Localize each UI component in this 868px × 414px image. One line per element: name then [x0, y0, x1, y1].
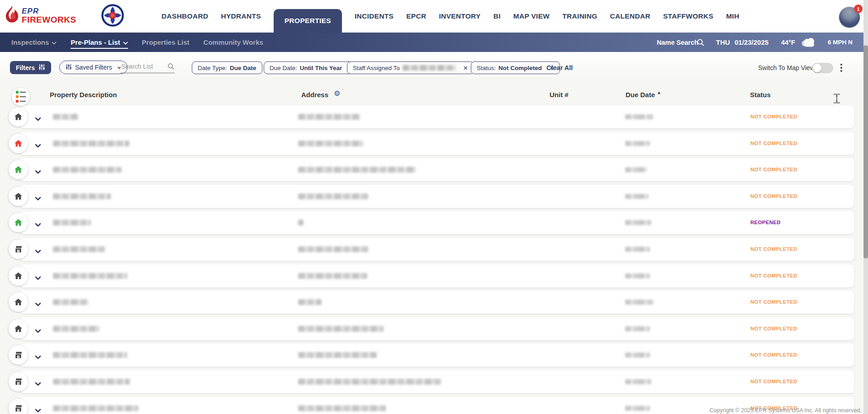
property-description-redacted	[53, 167, 122, 173]
tab-properties[interactable]: PROPERTIES	[274, 9, 342, 33]
filter-chip-staff-assigned-to[interactable]: Staff Assigned To✕	[347, 61, 474, 74]
saved-filters-dropdown[interactable]: Saved Filters	[59, 61, 128, 74]
chip-value: Not Completed	[498, 65, 542, 71]
expand-row-chevron-icon[interactable]	[35, 247, 41, 255]
property-description-redacted	[53, 299, 89, 305]
tab-bi[interactable]: BI	[493, 12, 501, 20]
logo-text: EPR FIREWORKS	[22, 7, 76, 24]
column-header-address[interactable]: Address	[301, 91, 328, 99]
expand-row-chevron-icon[interactable]	[35, 274, 41, 282]
column-header-unit[interactable]: Unit #	[550, 91, 569, 99]
tab-calendar[interactable]: CALENDAR	[610, 12, 650, 20]
due-date-redacted	[625, 114, 653, 119]
status-badge: NOT COMPLETED	[750, 193, 797, 199]
tab-incidents[interactable]: INCIDENTS	[355, 12, 394, 20]
search-list-input[interactable]	[120, 62, 175, 73]
tab-training[interactable]: TRAINING	[562, 12, 597, 20]
expand-row-chevron-icon[interactable]	[35, 168, 41, 176]
chip-label: Due Date:	[270, 65, 297, 71]
table-row[interactable]	[20, 238, 854, 261]
due-date-redacted	[625, 141, 650, 146]
tab-inventory[interactable]: INVENTORY	[439, 12, 480, 20]
due-date-redacted	[625, 300, 653, 305]
filter-chip-date-type[interactable]: Date Type:Due Date	[192, 61, 262, 74]
map-view-toggle[interactable]	[812, 63, 833, 73]
expand-row-chevron-icon[interactable]	[35, 380, 41, 388]
due-date-redacted	[625, 194, 649, 199]
tab-staffworks[interactable]: STAFFWORKS	[663, 12, 713, 20]
address-redacted	[298, 379, 441, 385]
expand-row-chevron-icon[interactable]	[35, 221, 41, 229]
epr-fireworks-logo[interactable]: EPR FIREWORKS	[5, 5, 76, 26]
property-description-redacted	[53, 220, 91, 226]
due-date-redacted	[625, 379, 651, 384]
status-legend-icon[interactable]	[12, 88, 30, 106]
expand-row-chevron-icon[interactable]	[35, 141, 41, 150]
table-row[interactable]	[20, 291, 854, 314]
clear-all-button[interactable]: Clear All	[546, 64, 573, 71]
table-row[interactable]	[20, 158, 854, 181]
column-header-property-description[interactable]: Property Description	[50, 91, 117, 99]
subnav-right: Name Search THU 01/23/2025 44°F 6 MPH N	[0, 33, 868, 52]
tab-hydrants[interactable]: HYDRANTS	[221, 12, 261, 20]
column-header-status[interactable]: Status	[750, 91, 771, 99]
store-icon	[9, 240, 28, 259]
expand-row-chevron-icon[interactable]	[35, 353, 41, 361]
scrollbar-thumb[interactable]	[863, 45, 868, 259]
table-row[interactable]	[20, 211, 854, 234]
weather-date: 01/23/2025	[735, 33, 768, 52]
legend-dash	[20, 92, 26, 93]
more-options-menu-icon[interactable]	[840, 61, 842, 74]
table-row[interactable]	[20, 343, 854, 367]
legend-row	[16, 95, 30, 98]
due-date-redacted	[625, 247, 650, 252]
table-row[interactable]	[20, 264, 854, 287]
property-description-redacted	[53, 326, 100, 332]
remove-chip-icon[interactable]: ✕	[463, 65, 468, 71]
tab-epcr[interactable]: EPCR	[406, 12, 426, 20]
gear-icon[interactable]: ⚙	[334, 89, 340, 98]
row-height-icon[interactable]	[833, 94, 841, 105]
property-description-redacted	[53, 379, 130, 385]
expand-row-chevron-icon[interactable]	[35, 300, 41, 308]
table-row[interactable]	[20, 185, 854, 208]
sort-ascending-icon[interactable]: ▲	[657, 90, 661, 95]
property-description-redacted	[53, 193, 111, 199]
logo-line1: EPR	[22, 7, 76, 15]
filters-button-label: Filters	[16, 64, 35, 71]
address-redacted	[298, 167, 416, 173]
status-badge: NOT COMPLETED	[750, 379, 797, 384]
expand-row-chevron-icon[interactable]	[35, 194, 41, 202]
address-redacted	[298, 114, 360, 120]
tab-mih[interactable]: MIH	[726, 12, 739, 20]
home-icon	[9, 213, 28, 232]
due-date-redacted	[625, 167, 647, 172]
tab-dashboard[interactable]: DASHBOARD	[161, 12, 208, 20]
expand-row-chevron-icon[interactable]	[35, 327, 41, 335]
home-icon	[9, 319, 28, 339]
due-date-redacted	[625, 326, 650, 331]
home-icon	[9, 107, 28, 127]
chip-label: Date Type:	[198, 65, 227, 71]
chip-label: Staff Assigned To	[353, 65, 400, 71]
due-date-redacted	[625, 353, 650, 358]
filters-button[interactable]: Filters	[10, 61, 51, 74]
filter-chip-due-date[interactable]: Due Date:Until This Year✕	[264, 61, 360, 74]
status-badge: NOT COMPLETED	[750, 352, 797, 358]
department-badge-icon	[101, 4, 124, 27]
name-search-button[interactable]: Name Search	[657, 33, 698, 52]
table-row[interactable]	[20, 132, 854, 155]
tab-map-view[interactable]: MAP VIEW	[513, 12, 550, 20]
table-row[interactable]	[20, 105, 854, 128]
column-header-due-date[interactable]: Due Date	[626, 91, 655, 99]
chip-label: Status:	[477, 65, 496, 71]
search-icon[interactable]	[697, 33, 705, 52]
notification-badge[interactable]: 1	[854, 5, 863, 13]
property-description-redacted	[53, 114, 78, 120]
expand-row-chevron-icon[interactable]	[35, 406, 41, 414]
table-row[interactable]	[20, 317, 854, 340]
expand-row-chevron-icon[interactable]	[35, 115, 41, 123]
search-icon	[167, 63, 175, 72]
store-icon	[9, 372, 28, 391]
chip-value: Due Date	[230, 65, 256, 71]
